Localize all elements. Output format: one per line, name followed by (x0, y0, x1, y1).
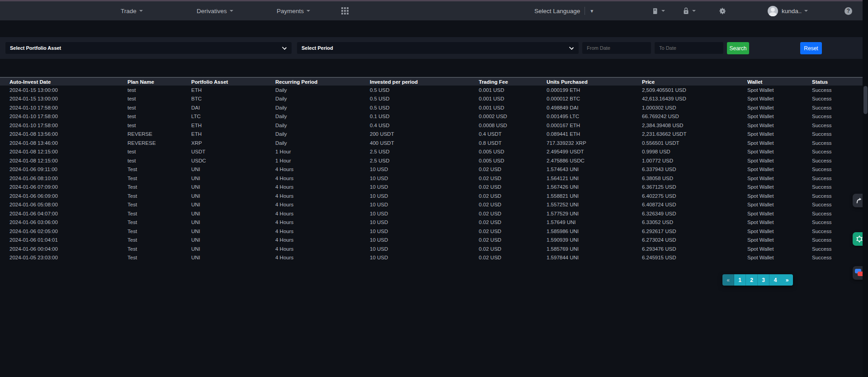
chevron-down-icon (804, 10, 808, 12)
divider (585, 7, 585, 15)
table-cell: BTC (191, 95, 275, 104)
apps-grid-button[interactable] (341, 1, 349, 20)
table-cell: ETH (191, 86, 275, 95)
table-cell: 2,384.39408 USD (642, 121, 747, 130)
table-cell: 4 Hours (275, 209, 370, 218)
table-cell: 42,613.16439 USD (642, 95, 747, 104)
table-cell: Test (127, 236, 191, 245)
table-cell: 6.273024 USD (642, 236, 747, 245)
table-cell: 0.9998 USD (642, 148, 747, 157)
table-cell: ETH (191, 130, 275, 139)
table-cell: 0.089441 ETH (547, 130, 642, 139)
table-cell: 0.000012 BTC (547, 95, 642, 104)
table-cell: 2024-01-06 03:06:00 (0, 218, 127, 227)
table-cell: 6.337943 USD (642, 165, 747, 174)
table-cell: Spot Wallet (747, 148, 812, 157)
table-cell: test (127, 121, 191, 130)
period-select-label: Select Period (297, 45, 333, 51)
table-cell: UNI (191, 209, 275, 218)
table-cell: 4 Hours (275, 174, 370, 183)
table-cell: Spot Wallet (747, 86, 812, 95)
table-column-header: Price (642, 77, 747, 86)
table-cell: 1.000302 USD (642, 103, 747, 112)
table-cell: 4 Hours (275, 236, 370, 245)
table-cell: Spot Wallet (747, 236, 812, 245)
table-cell: 0.02 USD (479, 244, 547, 253)
scrollbar-track[interactable] (863, 0, 868, 377)
search-button[interactable]: Search (727, 42, 749, 54)
table-cell: 2024-01-08 12:15:00 (0, 148, 127, 157)
table-cell: Success (812, 103, 863, 112)
table-cell: Test (127, 227, 191, 236)
scrollbar-thumb[interactable] (863, 86, 868, 114)
table-cell: 0.02 USD (479, 174, 547, 183)
table-row: 2024-01-06 03:06:00TestUNI4 Hours10 USD0… (0, 218, 863, 227)
table-cell: 2024-01-15 13:00:00 (0, 95, 127, 104)
period-select[interactable]: Select Period (297, 42, 579, 54)
table-cell: 1.597844 UNI (547, 253, 642, 262)
nav-menu-derivatives[interactable]: Derivatives (197, 1, 233, 20)
table-cell: test (127, 103, 191, 112)
table-cell: 4 Hours (275, 200, 370, 210)
table-column-header: Recurring Period (275, 77, 370, 86)
to-date-input[interactable] (655, 42, 723, 54)
nav-menu-trade-label: Trade (121, 8, 137, 14)
table-body: 2024-01-15 13:00:00testETHDaily0.5 USD0.… (0, 86, 863, 262)
pagination-prev-button[interactable]: « (722, 274, 734, 286)
table-cell: UNI (191, 200, 275, 210)
table-cell: 10 USD (370, 236, 479, 245)
table-row: 2024-01-06 06:09:00TestUNI4 Hours10 USD0… (0, 191, 863, 200)
table-row: 2024-01-06 08:10:00TestUNI4 Hours10 USD0… (0, 174, 863, 183)
table-cell: 2024-01-05 23:03:00 (0, 253, 127, 262)
table-cell: USDT (191, 148, 275, 157)
table-cell: 0.0008 USD (479, 121, 547, 130)
table-cell: 66.769242 USD (642, 112, 747, 121)
help-button[interactable]: ? (844, 1, 852, 20)
table-cell: 6.408724 USD (642, 200, 747, 210)
table-cell: 2.475886 USDC (547, 156, 642, 165)
table-cell: Success (812, 174, 863, 183)
table-cell: 0.02 USD (479, 209, 547, 218)
table-cell: 0.001 USD (479, 103, 547, 112)
table-cell: Spot Wallet (747, 200, 812, 210)
table-cell: 2024-01-06 08:10:00 (0, 174, 127, 183)
table-cell: 2,231.63662 USDT (642, 130, 747, 139)
table-cell: 0.1 USD (370, 112, 479, 121)
table-cell: 1.00772 USD (642, 156, 747, 165)
table-cell: 2024-01-08 13:46:00 (0, 138, 127, 148)
table-cell: 6.38058 USD (642, 174, 747, 183)
table-cell: test (127, 86, 191, 95)
table-cell: Test (127, 174, 191, 183)
table-cell: Spot Wallet (747, 156, 812, 165)
pagination-page-button[interactable]: 2 (746, 274, 758, 286)
table-cell: 1.577529 UNI (547, 209, 642, 218)
language-selector[interactable]: Select Language ▼ (534, 1, 594, 20)
pagination-page-button[interactable]: 3 (758, 274, 769, 286)
table-cell: 0.02 USD (479, 236, 547, 245)
reset-button[interactable]: Reset (800, 42, 822, 54)
portfolio-asset-select[interactable]: Select Portfolio Asset (5, 42, 292, 54)
table-cell: 1.585769 UNI (547, 244, 642, 253)
table-row: 2024-01-06 04:07:00TestUNI4 Hours10 USD0… (0, 209, 863, 218)
table-cell: Success (812, 218, 863, 227)
table-cell: 2024-01-06 04:07:00 (0, 209, 127, 218)
wallet-button[interactable] (683, 1, 696, 20)
table-cell: 0.02 USD (479, 227, 547, 236)
orders-button[interactable] (651, 1, 665, 20)
table-cell: 2024-01-06 09:11:00 (0, 165, 127, 174)
table-cell: 0.5 USD (370, 103, 479, 112)
table-cell: 0.02 USD (479, 253, 547, 262)
table-row: 2024-01-15 13:00:00testBTCDaily0.5 USD0.… (0, 95, 863, 104)
user-menu[interactable]: kunda.. (768, 1, 808, 20)
pagination-page-button[interactable]: 4 (769, 274, 781, 286)
pagination-page-button[interactable]: 1 (734, 274, 746, 286)
auto-invest-history-table: Auto-Invest DatePlan NamePortfolio Asset… (0, 77, 863, 262)
nav-menu-payments[interactable]: Payments (277, 1, 310, 20)
settings-button[interactable] (719, 1, 726, 20)
table-cell: 2024-01-10 17:58:00 (0, 103, 127, 112)
from-date-input[interactable] (582, 42, 651, 54)
pagination-next-button[interactable]: » (781, 274, 793, 286)
table-row: 2024-01-08 13:56:00REVERSEETHDaily200 US… (0, 130, 863, 139)
nav-menu-trade[interactable]: Trade (121, 1, 143, 20)
table-cell: 6.293476 USD (642, 244, 747, 253)
